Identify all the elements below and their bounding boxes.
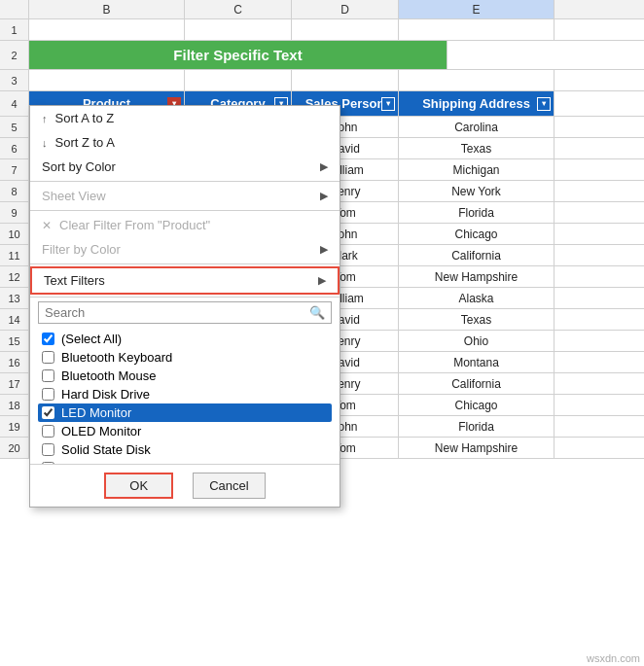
checkbox-bluetooth-mouse-input[interactable] [42,369,54,382]
checkbox-select-all-input[interactable] [42,333,54,345]
checkbox-bluetooth-mouse[interactable]: Bluetooth Mouse [38,367,332,385]
checkbox-led-monitor-input[interactable] [42,406,54,419]
dialog-buttons: OK Cancel [30,464,340,507]
filter-btn-shipping[interactable]: ▾ [537,97,551,111]
separator-1 [30,181,340,182]
col-header-c: C [185,0,292,18]
rownum-1: 1 [0,19,29,40]
cell-e3 [399,70,555,90]
checkbox-oled-monitor-input[interactable] [42,425,54,438]
row-1: 1 [0,19,644,41]
text-filters[interactable]: Text Filters ▶ [30,266,340,295]
sort-by-color[interactable]: Sort by Color ▶ [30,155,340,179]
checkbox-hard-disk-drive[interactable]: Hard Disk Drive [38,385,332,403]
header-shipping: Shipping Address ▾ [399,91,555,116]
title-cell: Filter Specific Text [29,41,447,69]
cell-e1 [399,19,555,40]
arrow-right-icon: ▶ [320,160,328,173]
cell-b3 [29,70,185,90]
spreadsheet: B C D E 1 2 Filter Specific Text 3 [0,0,644,666]
filter-btn-sales-person[interactable]: ▾ [381,97,395,111]
col-header-e: E [399,0,555,18]
rownum-2: 2 [0,41,29,69]
checkbox-solid-state-disk[interactable]: Solid State Disk [38,440,332,459]
cell-b1 [29,19,185,40]
sort-az-icon: ↑ [42,113,48,124]
checkbox-bluetooth-keyboard[interactable]: Bluetooth Keyboard [38,348,332,367]
sort-za-icon: ↓ [42,137,48,149]
watermark: wsxdn.com [587,652,640,664]
checkbox-select-all[interactable]: (Select All) [38,330,332,348]
cell-c3 [185,70,292,90]
search-box[interactable]: 🔍 [38,301,332,324]
arrow-right-icon-2: ▶ [320,190,328,202]
separator-2 [30,210,340,211]
arrow-right-icon-4: ▶ [318,274,326,287]
cell-d1 [292,19,399,40]
checkbox-led-monitor[interactable]: LED Monitor [38,403,332,422]
row-2: 2 Filter Specific Text [0,41,644,70]
column-headers: B C D E [0,0,644,19]
rownum-4: 4 [0,91,29,116]
checkbox-hard-disk-drive-input[interactable] [42,388,54,401]
ok-button[interactable]: OK [104,473,173,499]
cell-c1 [185,19,292,40]
col-header-d: D [292,0,399,18]
checkbox-oled-monitor[interactable]: OLED Monitor [38,422,332,440]
cell-d3 [292,70,399,90]
checkbox-usb-keyboard-input[interactable] [42,462,54,464]
filter-clear-icon: ✕ [42,219,52,232]
checkbox-list: (Select All) Bluetooth Keyboard Bluetoot… [30,328,340,464]
checkbox-bluetooth-keyboard-input[interactable] [42,351,54,364]
search-icon: 🔍 [304,302,331,323]
corner-cell [0,0,29,18]
row-3: 3 [0,70,644,91]
filter-by-color: Filter by Color ▶ [30,237,340,262]
col-header-b: B [29,0,185,18]
filter-dropdown: ↑ Sort A to Z ↓ Sort Z to A Sort by Colo… [29,105,340,508]
clear-filter: ✕ Clear Filter From "Product" [30,213,340,237]
arrow-right-icon-3: ▶ [320,243,328,256]
rownum-3: 3 [0,70,29,90]
search-input[interactable] [39,302,304,323]
separator-4 [30,297,340,298]
sort-z-to-a[interactable]: ↓ Sort Z to A [30,130,340,155]
cancel-button[interactable]: Cancel [193,473,265,499]
sort-a-to-z[interactable]: ↑ Sort A to Z [30,106,340,130]
sheet-view: Sheet View ▶ [30,184,340,208]
separator-3 [30,263,340,264]
checkbox-solid-state-disk-input[interactable] [42,443,54,456]
